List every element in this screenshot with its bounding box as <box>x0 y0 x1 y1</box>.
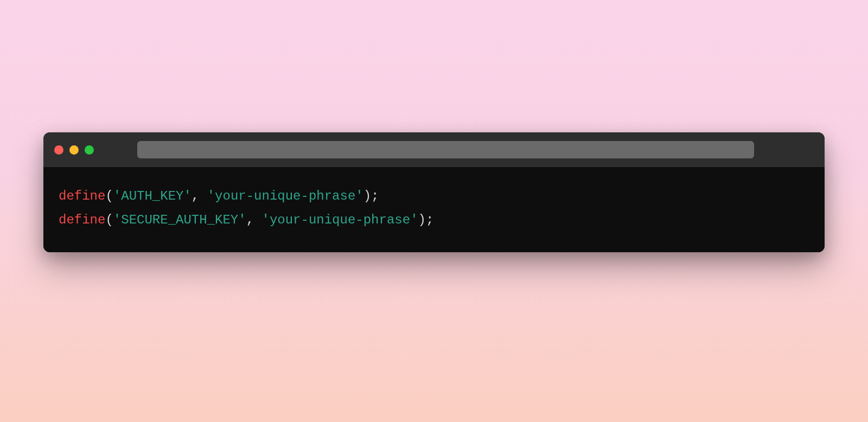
minimize-icon[interactable] <box>69 145 79 155</box>
code-token: ( <box>105 213 113 227</box>
code-token: 'AUTH_KEY' <box>113 189 192 203</box>
code-token: ( <box>105 189 113 203</box>
code-token: ); <box>363 189 379 203</box>
code-token: , <box>192 189 207 203</box>
window-titlebar <box>43 132 825 167</box>
code-token: 'your-unique-phrase' <box>261 213 418 227</box>
code-token: ); <box>418 213 434 227</box>
close-icon[interactable] <box>54 145 63 155</box>
code-token: , <box>246 213 262 227</box>
code-token: 'SECURE_AUTH_KEY' <box>113 213 246 227</box>
code-token: define <box>59 189 105 203</box>
code-line: define('SECURE_AUTH_KEY', 'your-unique-p… <box>59 208 809 232</box>
code-token: define <box>59 213 105 227</box>
url-input[interactable] <box>137 141 754 158</box>
traffic-lights <box>54 145 94 155</box>
code-editor[interactable]: define('AUTH_KEY', 'your-unique-phrase')… <box>43 167 825 252</box>
maximize-icon[interactable] <box>85 145 94 155</box>
code-token: 'your-unique-phrase' <box>207 189 363 203</box>
code-window: define('AUTH_KEY', 'your-unique-phrase')… <box>43 132 825 252</box>
code-line: define('AUTH_KEY', 'your-unique-phrase')… <box>59 184 809 208</box>
